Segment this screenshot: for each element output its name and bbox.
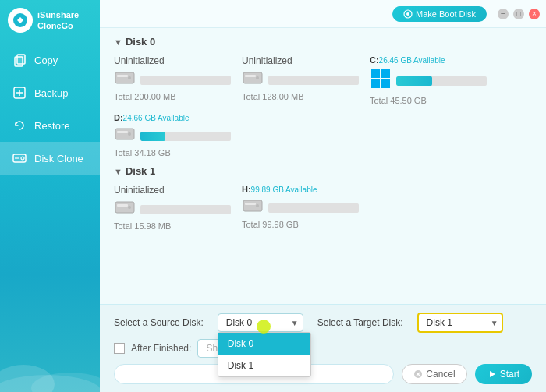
source-select-wrapper[interactable]: Disk 0 Disk 1 ▼ Disk 0 Disk 1 bbox=[218, 313, 303, 332]
svg-point-16 bbox=[128, 76, 131, 79]
disk0-partition-uninitialized-1: Uninitialized bbox=[114, 55, 231, 105]
disk1-title: ▼ Disk 1 bbox=[114, 165, 532, 177]
svg-point-13 bbox=[406, 12, 410, 16]
svg-rect-18 bbox=[245, 75, 256, 77]
disk1-chevron-icon: ▼ bbox=[114, 167, 122, 176]
app-logo: iSunshare CloneGo bbox=[0, 0, 87, 44]
disk0-chevron-icon: ▼ bbox=[114, 37, 122, 47]
disk1-partition-uninitialized: Uninitialized bbox=[114, 185, 231, 231]
restore-icon bbox=[11, 117, 28, 134]
target-label: Select a Target Disk: bbox=[317, 317, 403, 328]
hdd-icon-2 bbox=[242, 69, 264, 90]
svg-rect-30 bbox=[243, 200, 262, 211]
disk0-title: ▼ Disk 0 bbox=[114, 36, 532, 48]
windows-icon bbox=[370, 68, 392, 94]
disk1-partitions-row: Uninitialized bbox=[114, 185, 532, 231]
copy-icon bbox=[11, 51, 28, 69]
cancel-button[interactable]: Cancel bbox=[402, 364, 466, 384]
start-button[interactable]: Start bbox=[475, 364, 532, 384]
disk1-partition-h: H:99.89 GB Available bbox=[242, 185, 359, 231]
svg-rect-14 bbox=[115, 72, 134, 83]
svg-rect-25 bbox=[117, 131, 128, 133]
target-select[interactable]: Disk 1 Disk 0 bbox=[417, 313, 503, 333]
svg-rect-23 bbox=[381, 79, 390, 88]
disk1-section: ▼ Disk 1 Uninitialized bbox=[114, 165, 532, 231]
svg-rect-2 bbox=[17, 55, 25, 64]
sidebar-item-disk-clone[interactable]: Disk Clone bbox=[0, 142, 100, 175]
source-dropdown[interactable]: Disk 0 Disk 1 bbox=[218, 332, 311, 377]
bottom-controls: Select a Source Disk: Disk 0 Disk 1 ▼ Di… bbox=[100, 304, 546, 392]
sidebar-item-restore[interactable]: Restore bbox=[0, 109, 100, 142]
main-content: Make Boot Disk − □ × ▼ Disk 0 Uninitiali… bbox=[100, 0, 546, 392]
sidebar-item-backup-label: Backup bbox=[34, 87, 68, 99]
hdd-h-icon bbox=[242, 197, 264, 218]
svg-rect-21 bbox=[381, 69, 390, 78]
svg-point-7 bbox=[21, 157, 24, 160]
hdd-icon-1 bbox=[114, 69, 136, 90]
svg-rect-28 bbox=[117, 204, 128, 207]
make-boot-disk-button[interactable]: Make Boot Disk bbox=[392, 6, 487, 22]
svg-rect-20 bbox=[371, 69, 380, 78]
disk0-partition-uninitialized-2: Uninitialized bbox=[242, 55, 359, 105]
maximize-button[interactable]: □ bbox=[513, 9, 524, 19]
disk-clone-icon bbox=[11, 150, 28, 167]
source-label: Select a Source Disk: bbox=[114, 317, 204, 328]
after-finished-label: After Finished: bbox=[131, 343, 191, 354]
hdd-d-icon bbox=[114, 125, 136, 147]
backup-icon bbox=[11, 84, 28, 101]
disk0-partition-c: C:26.46 GB Available bbox=[370, 55, 487, 105]
svg-rect-27 bbox=[115, 202, 134, 213]
disk0-bar-1 bbox=[140, 76, 231, 85]
disk-area: ▼ Disk 0 Uninitialized bbox=[100, 28, 546, 304]
dropdown-item-disk0[interactable]: Disk 0 bbox=[218, 333, 310, 355]
target-select-wrapper[interactable]: Disk 1 Disk 0 ▼ bbox=[417, 313, 503, 333]
disk1-h-bar bbox=[268, 203, 359, 213]
after-finished-checkbox[interactable] bbox=[114, 343, 125, 354]
disk0-partitions-row2: D:24.66 GB Available bbox=[114, 113, 532, 157]
svg-rect-22 bbox=[371, 79, 380, 88]
titlebar: Make Boot Disk − □ × bbox=[100, 0, 546, 28]
svg-point-26 bbox=[128, 132, 131, 136]
disk0-section: ▼ Disk 0 Uninitialized bbox=[114, 36, 532, 157]
hdd-icon-3 bbox=[114, 199, 136, 220]
svg-point-32 bbox=[256, 204, 259, 207]
logo-icon bbox=[8, 8, 33, 33]
sidebar-item-copy-label: Copy bbox=[34, 55, 58, 66]
source-select[interactable]: Disk 0 Disk 1 bbox=[218, 313, 303, 332]
svg-point-29 bbox=[128, 206, 131, 209]
minimize-button[interactable]: − bbox=[498, 9, 509, 19]
sidebar-cloud-decoration bbox=[0, 330, 100, 392]
disk0-d-bar bbox=[140, 132, 231, 141]
sidebar-item-copy[interactable]: Copy bbox=[0, 44, 100, 76]
dropdown-item-disk1[interactable]: Disk 1 bbox=[218, 355, 310, 376]
svg-rect-24 bbox=[115, 129, 134, 139]
cancel-icon bbox=[413, 369, 423, 379]
sidebar-item-disk-clone-label: Disk Clone bbox=[34, 153, 83, 164]
disk1-bar-1 bbox=[140, 205, 231, 214]
disk0-partitions-row1: Uninitialized bbox=[114, 55, 532, 105]
close-button[interactable]: × bbox=[529, 9, 540, 19]
svg-rect-17 bbox=[243, 72, 262, 83]
svg-rect-31 bbox=[245, 203, 256, 205]
sidebar: iSunshare CloneGo Copy Backup bbox=[0, 0, 100, 392]
disk0-partition-d: D:24.66 GB Available bbox=[114, 113, 231, 157]
sidebar-item-backup[interactable]: Backup bbox=[0, 76, 100, 109]
logo-text: iSunshare CloneGo bbox=[37, 9, 79, 32]
source-target-row: Select a Source Disk: Disk 0 Disk 1 ▼ Di… bbox=[114, 313, 532, 333]
svg-marker-36 bbox=[490, 371, 495, 377]
start-icon bbox=[488, 369, 497, 379]
disk-icon bbox=[403, 9, 413, 19]
progress-row: 0% Cancel Start bbox=[114, 364, 532, 384]
svg-point-19 bbox=[256, 76, 259, 79]
after-finished-row: After Finished: Shut Down Restart Hibern… bbox=[114, 339, 532, 358]
window-controls: − □ × bbox=[498, 9, 540, 19]
disk0-c-bar bbox=[396, 76, 487, 86]
disk0-bar-2 bbox=[268, 76, 359, 85]
svg-rect-15 bbox=[117, 75, 128, 77]
sidebar-item-restore-label: Restore bbox=[34, 120, 70, 132]
